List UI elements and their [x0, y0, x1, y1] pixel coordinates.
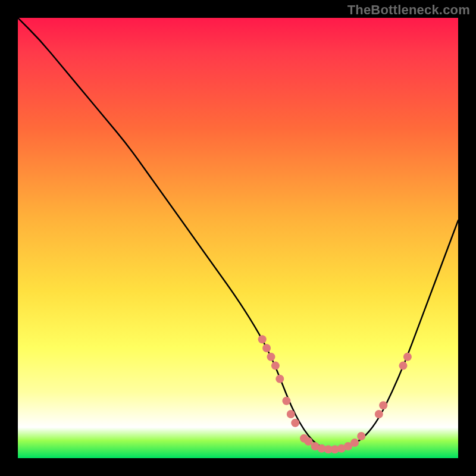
chart-marker: [262, 344, 271, 352]
chart-marker: [399, 362, 408, 370]
watermark-label: TheBottleneck.com: [347, 2, 470, 18]
chart-markers: [258, 335, 412, 453]
chart-marker: [357, 432, 365, 440]
chart-frame: TheBottleneck.com: [0, 0, 476, 476]
chart-marker: [375, 410, 383, 418]
chart-marker: [258, 335, 267, 343]
chart-marker: [275, 375, 284, 383]
plot-area: [18, 18, 458, 458]
chart-marker: [267, 353, 275, 361]
chart-marker: [350, 439, 359, 447]
chart-marker: [403, 353, 412, 361]
chart-marker: [291, 419, 299, 427]
chart-svg: [18, 18, 458, 458]
chart-marker: [282, 397, 290, 405]
chart-marker: [271, 362, 280, 370]
chart-curve: [18, 18, 458, 449]
chart-marker: [287, 410, 295, 418]
chart-marker: [379, 401, 387, 409]
